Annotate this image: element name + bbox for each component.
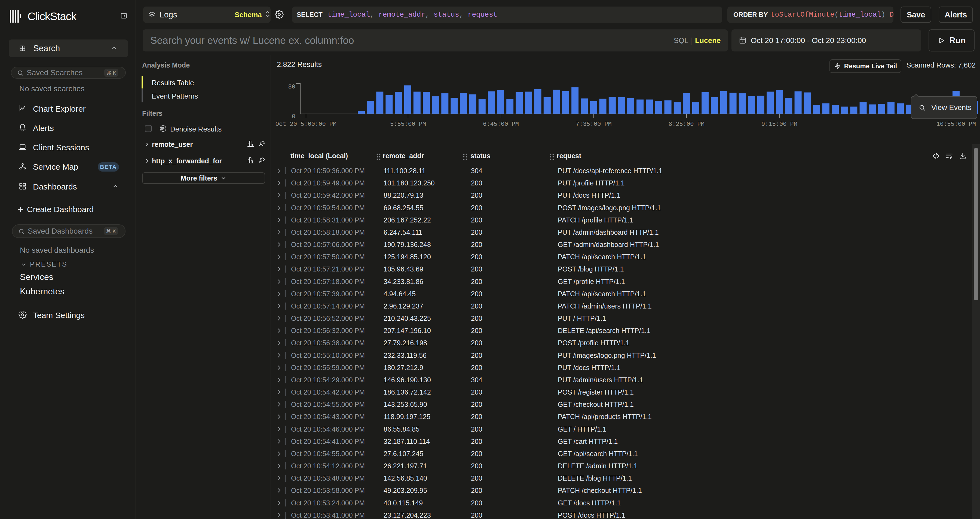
svg-text:9:15:00 PM: 9:15:00 PM <box>761 121 797 128</box>
svg-text:5:55:00 PM: 5:55:00 PM <box>390 121 426 128</box>
svg-text:7:35:00 PM: 7:35:00 PM <box>576 121 612 128</box>
svg-text:8:25:00 PM: 8:25:00 PM <box>668 121 705 128</box>
svg-text:Oct 20 5:00:00 PM: Oct 20 5:00:00 PM <box>275 121 336 128</box>
svg-text:6:45:00 PM: 6:45:00 PM <box>483 121 519 128</box>
svg-text:80: 80 <box>288 84 295 91</box>
svg-text:0: 0 <box>292 113 295 120</box>
svg-text:10:55:00 PM: 10:55:00 PM <box>937 121 976 128</box>
